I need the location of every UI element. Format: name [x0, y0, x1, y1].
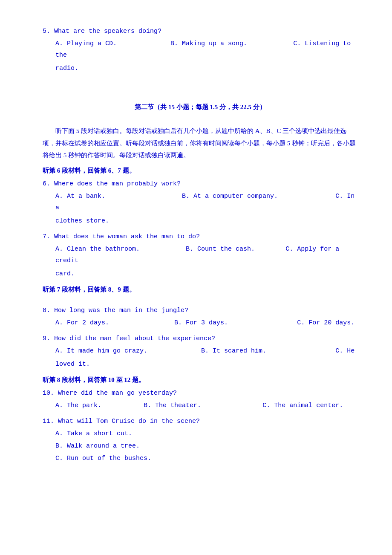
q11-option-c: C. Run out of the bushes. [55, 453, 358, 464]
q7-options: A. Clean the bathroom. B. Count the cash… [55, 243, 358, 266]
q6-option-a: A. At a bank. [55, 193, 105, 200]
q9-option-c: C. He [335, 347, 355, 355]
q6-options: A. At a bank. B. At a computer company. … [55, 191, 358, 214]
question-6: 6. Where does the man probably work? A. … [43, 178, 358, 227]
q6-option-b: B. At a computer company. [182, 193, 278, 200]
question-8: 8. How long was the man in the jungle? A… [43, 305, 358, 329]
listen-8-9-label: 听第 7 段材料，回答第 8、9 题。 [43, 284, 358, 295]
q9-question: How did the man feel about the experienc… [54, 335, 215, 342]
q11-text: 11. What will Tom Cruise do in the scene… [43, 416, 358, 427]
q5-number: 5. [43, 28, 50, 35]
q6-question: Where does the man probably work? [54, 180, 181, 188]
q9-option-b: B. It scared him. [201, 347, 266, 355]
q9-options: A. It made him go crazy. B. It scared hi… [55, 345, 358, 357]
q5-option-c2: radio. [55, 63, 358, 74]
q6-text: 6. Where does the man probably work? [43, 178, 358, 190]
q11-number: 11. [43, 418, 54, 425]
q10-option-a: A. The park. [55, 402, 101, 409]
q8-question: How long was the man in the jungle? [54, 307, 188, 314]
q5-question: What are the speakers doing? [54, 28, 161, 35]
q7-text: 7. What does the woman ask the man to do… [43, 231, 358, 243]
q10-option-b: B. The theater. [144, 402, 201, 409]
q9-option-a: A. It made him go crazy. [55, 347, 147, 355]
q10-text: 10. Where did the man go yesterday? [43, 387, 358, 399]
q10-number: 10. [43, 390, 54, 397]
section2-instruction: 听下面 5 段对话或独白。每段对话或独白后有几个小题，从题中所给的 A、B、C … [43, 125, 358, 162]
q8-options: A. For 2 days. B. For 3 days. C. For 20 … [55, 317, 358, 329]
q8-number: 8. [43, 307, 50, 314]
question-5: 5. What are the speakers doing? A. Playi… [43, 26, 358, 74]
listen-10-12-label: 听第 8 段材料，回答第 10 至 12 题。 [43, 374, 358, 386]
q9-text: 9. How did the man feel about the experi… [43, 333, 358, 344]
q8-option-c: C. For 20 days. [297, 319, 355, 327]
q7-option-a: A. Clean the bathroom. [55, 246, 140, 253]
q6-number: 6. [43, 180, 50, 188]
q9-number: 9. [43, 335, 50, 342]
q11-option-a: A. Take a short cut. [55, 428, 358, 439]
q5-option-b: B. Making up a song. [170, 40, 247, 47]
q9-option-c2: loved it. [55, 358, 358, 370]
q11-question: What will Tom Cruise do in the scene? [58, 418, 200, 425]
q5-options: A. Playing a CD. B. Making up a song. C.… [55, 38, 358, 61]
listen-6-7-label: 听第 6 段材料，回答第 6、7 题。 [43, 165, 358, 176]
question-7: 7. What does the woman ask the man to do… [43, 231, 358, 280]
section2-title: 第二节（共 15 小题；每题 1.5 分，共 22.5 分） [43, 101, 358, 113]
q7-option-c2: card. [55, 268, 358, 280]
q10-option-c: C. The animal center. [262, 402, 343, 409]
q6-option-c2: clothes store. [55, 215, 358, 227]
q5-option-a: A. Playing a CD. [55, 40, 117, 47]
q11-option-b: B. Walk around a tree. [55, 440, 358, 452]
q10-question: Where did the man go yesterday? [58, 390, 177, 397]
q10-options: A. The park. B. The theater. C. The anim… [55, 400, 358, 411]
q8-option-b: B. For 3 days. [174, 319, 228, 327]
q7-option-b: B. Count the cash. [186, 246, 255, 253]
q7-number: 7. [43, 233, 50, 240]
question-10: 10. Where did the man go yesterday? A. T… [43, 387, 358, 411]
question-11: 11. What will Tom Cruise do in the scene… [43, 416, 358, 464]
q8-text: 8. How long was the man in the jungle? [43, 305, 358, 316]
q7-question: What does the woman ask the man to do? [54, 233, 200, 240]
question-9: 9. How did the man feel about the experi… [43, 333, 358, 370]
q5-text: 5. What are the speakers doing? [43, 26, 358, 37]
q8-option-a: A. For 2 days. [55, 319, 109, 327]
